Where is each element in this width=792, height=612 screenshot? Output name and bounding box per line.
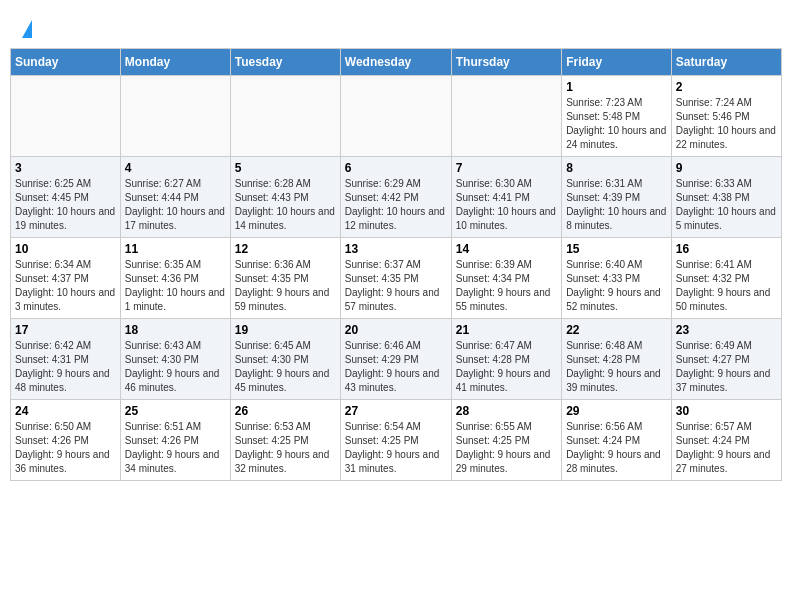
day-number: 5	[235, 161, 336, 175]
day-number: 19	[235, 323, 336, 337]
calendar-cell	[230, 76, 340, 157]
day-info: Sunrise: 6:27 AM Sunset: 4:44 PM Dayligh…	[125, 177, 226, 233]
day-number: 23	[676, 323, 777, 337]
day-info: Sunrise: 6:47 AM Sunset: 4:28 PM Dayligh…	[456, 339, 557, 395]
calendar-cell: 22Sunrise: 6:48 AM Sunset: 4:28 PM Dayli…	[562, 319, 672, 400]
logo	[20, 20, 32, 38]
day-number: 3	[15, 161, 116, 175]
day-number: 8	[566, 161, 667, 175]
calendar-week-1: 1Sunrise: 7:23 AM Sunset: 5:48 PM Daylig…	[11, 76, 782, 157]
day-info: Sunrise: 6:45 AM Sunset: 4:30 PM Dayligh…	[235, 339, 336, 395]
calendar-cell: 5Sunrise: 6:28 AM Sunset: 4:43 PM Daylig…	[230, 157, 340, 238]
day-info: Sunrise: 6:43 AM Sunset: 4:30 PM Dayligh…	[125, 339, 226, 395]
day-header-friday: Friday	[562, 49, 672, 76]
day-number: 12	[235, 242, 336, 256]
day-number: 30	[676, 404, 777, 418]
day-info: Sunrise: 6:57 AM Sunset: 4:24 PM Dayligh…	[676, 420, 777, 476]
calendar-cell: 28Sunrise: 6:55 AM Sunset: 4:25 PM Dayli…	[451, 400, 561, 481]
calendar-cell: 10Sunrise: 6:34 AM Sunset: 4:37 PM Dayli…	[11, 238, 121, 319]
calendar-cell: 19Sunrise: 6:45 AM Sunset: 4:30 PM Dayli…	[230, 319, 340, 400]
calendar-cell: 29Sunrise: 6:56 AM Sunset: 4:24 PM Dayli…	[562, 400, 672, 481]
day-info: Sunrise: 6:35 AM Sunset: 4:36 PM Dayligh…	[125, 258, 226, 314]
day-info: Sunrise: 7:23 AM Sunset: 5:48 PM Dayligh…	[566, 96, 667, 152]
calendar-cell: 14Sunrise: 6:39 AM Sunset: 4:34 PM Dayli…	[451, 238, 561, 319]
calendar-cell: 23Sunrise: 6:49 AM Sunset: 4:27 PM Dayli…	[671, 319, 781, 400]
day-number: 25	[125, 404, 226, 418]
day-header-sunday: Sunday	[11, 49, 121, 76]
calendar-cell: 9Sunrise: 6:33 AM Sunset: 4:38 PM Daylig…	[671, 157, 781, 238]
day-number: 17	[15, 323, 116, 337]
day-info: Sunrise: 6:41 AM Sunset: 4:32 PM Dayligh…	[676, 258, 777, 314]
calendar-cell: 20Sunrise: 6:46 AM Sunset: 4:29 PM Dayli…	[340, 319, 451, 400]
day-info: Sunrise: 6:56 AM Sunset: 4:24 PM Dayligh…	[566, 420, 667, 476]
calendar-cell: 15Sunrise: 6:40 AM Sunset: 4:33 PM Dayli…	[562, 238, 672, 319]
day-info: Sunrise: 6:34 AM Sunset: 4:37 PM Dayligh…	[15, 258, 116, 314]
calendar-cell	[451, 76, 561, 157]
calendar-cell: 2Sunrise: 7:24 AM Sunset: 5:46 PM Daylig…	[671, 76, 781, 157]
day-number: 15	[566, 242, 667, 256]
day-number: 2	[676, 80, 777, 94]
calendar-cell: 1Sunrise: 7:23 AM Sunset: 5:48 PM Daylig…	[562, 76, 672, 157]
calendar-cell: 4Sunrise: 6:27 AM Sunset: 4:44 PM Daylig…	[120, 157, 230, 238]
day-header-wednesday: Wednesday	[340, 49, 451, 76]
day-info: Sunrise: 6:28 AM Sunset: 4:43 PM Dayligh…	[235, 177, 336, 233]
day-info: Sunrise: 6:39 AM Sunset: 4:34 PM Dayligh…	[456, 258, 557, 314]
calendar-cell	[11, 76, 121, 157]
calendar-cell: 13Sunrise: 6:37 AM Sunset: 4:35 PM Dayli…	[340, 238, 451, 319]
day-number: 26	[235, 404, 336, 418]
header	[10, 10, 782, 43]
calendar-cell: 3Sunrise: 6:25 AM Sunset: 4:45 PM Daylig…	[11, 157, 121, 238]
day-info: Sunrise: 6:36 AM Sunset: 4:35 PM Dayligh…	[235, 258, 336, 314]
day-info: Sunrise: 6:51 AM Sunset: 4:26 PM Dayligh…	[125, 420, 226, 476]
day-info: Sunrise: 6:40 AM Sunset: 4:33 PM Dayligh…	[566, 258, 667, 314]
day-info: Sunrise: 6:25 AM Sunset: 4:45 PM Dayligh…	[15, 177, 116, 233]
day-header-monday: Monday	[120, 49, 230, 76]
calendar-header-row: SundayMondayTuesdayWednesdayThursdayFrid…	[11, 49, 782, 76]
day-number: 27	[345, 404, 447, 418]
day-info: Sunrise: 6:49 AM Sunset: 4:27 PM Dayligh…	[676, 339, 777, 395]
day-info: Sunrise: 6:42 AM Sunset: 4:31 PM Dayligh…	[15, 339, 116, 395]
calendar-cell: 30Sunrise: 6:57 AM Sunset: 4:24 PM Dayli…	[671, 400, 781, 481]
day-number: 14	[456, 242, 557, 256]
day-number: 24	[15, 404, 116, 418]
calendar-cell: 6Sunrise: 6:29 AM Sunset: 4:42 PM Daylig…	[340, 157, 451, 238]
day-number: 16	[676, 242, 777, 256]
calendar-week-4: 17Sunrise: 6:42 AM Sunset: 4:31 PM Dayli…	[11, 319, 782, 400]
day-number: 20	[345, 323, 447, 337]
calendar-cell: 12Sunrise: 6:36 AM Sunset: 4:35 PM Dayli…	[230, 238, 340, 319]
day-number: 1	[566, 80, 667, 94]
calendar-cell: 11Sunrise: 6:35 AM Sunset: 4:36 PM Dayli…	[120, 238, 230, 319]
calendar-cell	[340, 76, 451, 157]
calendar-cell: 8Sunrise: 6:31 AM Sunset: 4:39 PM Daylig…	[562, 157, 672, 238]
day-info: Sunrise: 6:33 AM Sunset: 4:38 PM Dayligh…	[676, 177, 777, 233]
calendar-week-3: 10Sunrise: 6:34 AM Sunset: 4:37 PM Dayli…	[11, 238, 782, 319]
day-info: Sunrise: 6:53 AM Sunset: 4:25 PM Dayligh…	[235, 420, 336, 476]
calendar-cell: 18Sunrise: 6:43 AM Sunset: 4:30 PM Dayli…	[120, 319, 230, 400]
calendar-cell: 17Sunrise: 6:42 AM Sunset: 4:31 PM Dayli…	[11, 319, 121, 400]
logo-triangle-icon	[22, 20, 32, 38]
day-number: 28	[456, 404, 557, 418]
day-header-saturday: Saturday	[671, 49, 781, 76]
day-info: Sunrise: 6:30 AM Sunset: 4:41 PM Dayligh…	[456, 177, 557, 233]
day-header-thursday: Thursday	[451, 49, 561, 76]
calendar-cell: 26Sunrise: 6:53 AM Sunset: 4:25 PM Dayli…	[230, 400, 340, 481]
calendar-cell: 16Sunrise: 6:41 AM Sunset: 4:32 PM Dayli…	[671, 238, 781, 319]
day-number: 4	[125, 161, 226, 175]
day-number: 21	[456, 323, 557, 337]
day-info: Sunrise: 6:54 AM Sunset: 4:25 PM Dayligh…	[345, 420, 447, 476]
day-number: 22	[566, 323, 667, 337]
day-number: 7	[456, 161, 557, 175]
day-info: Sunrise: 7:24 AM Sunset: 5:46 PM Dayligh…	[676, 96, 777, 152]
calendar-table: SundayMondayTuesdayWednesdayThursdayFrid…	[10, 48, 782, 481]
day-info: Sunrise: 6:50 AM Sunset: 4:26 PM Dayligh…	[15, 420, 116, 476]
day-number: 18	[125, 323, 226, 337]
day-number: 13	[345, 242, 447, 256]
day-number: 11	[125, 242, 226, 256]
calendar-week-5: 24Sunrise: 6:50 AM Sunset: 4:26 PM Dayli…	[11, 400, 782, 481]
day-number: 6	[345, 161, 447, 175]
calendar-cell: 25Sunrise: 6:51 AM Sunset: 4:26 PM Dayli…	[120, 400, 230, 481]
day-info: Sunrise: 6:55 AM Sunset: 4:25 PM Dayligh…	[456, 420, 557, 476]
calendar-week-2: 3Sunrise: 6:25 AM Sunset: 4:45 PM Daylig…	[11, 157, 782, 238]
day-info: Sunrise: 6:48 AM Sunset: 4:28 PM Dayligh…	[566, 339, 667, 395]
day-info: Sunrise: 6:46 AM Sunset: 4:29 PM Dayligh…	[345, 339, 447, 395]
